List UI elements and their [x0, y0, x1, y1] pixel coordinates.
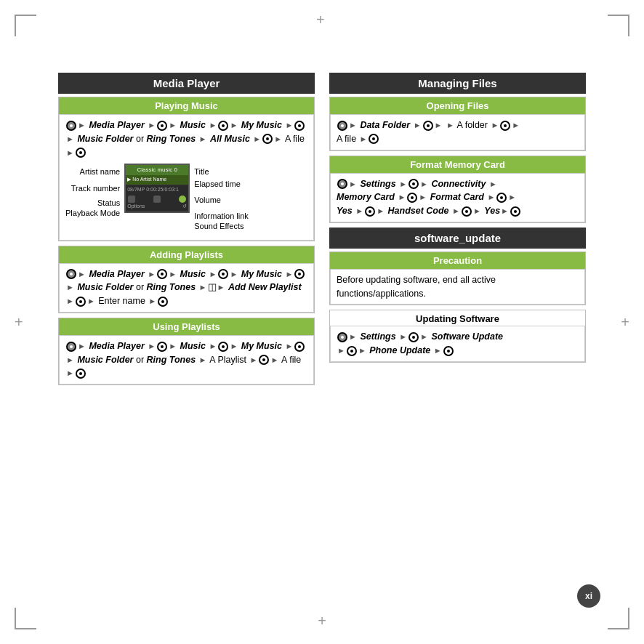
- screen-icon-2: [153, 196, 161, 203]
- su-btn-2: [408, 332, 419, 342]
- ap-btn-5: [76, 297, 86, 307]
- nav-btn-6: [76, 148, 86, 158]
- crosshair-bottom: [318, 613, 326, 629]
- label-information-link: Information link: [194, 211, 249, 221]
- playing-music-header: Playing Music: [59, 97, 314, 114]
- su-btn-3: [347, 346, 357, 356]
- opening-files-content: ► Data Folder ►► ► A folder ►► A file ►: [330, 114, 585, 150]
- crosshair-left: [15, 314, 23, 331]
- crosshair-top: [315, 15, 329, 29]
- screen-icon-right: ↺: [182, 203, 187, 211]
- ap-btn-4: [294, 269, 305, 279]
- of-btn-1: [337, 121, 347, 131]
- format-memory-card-instruction: ► Settings ►► Connectivity ► Memory Card…: [337, 177, 579, 218]
- label-elapsed-time: Elapsed time: [194, 179, 249, 189]
- screen-title: Classic music 0: [126, 165, 188, 175]
- su-btn-1: [337, 332, 347, 342]
- precaution-text: Before updating software, end all active…: [337, 273, 579, 301]
- ap-btn-2: [157, 269, 167, 279]
- of-btn-3: [500, 121, 510, 131]
- of-btn-4: [369, 134, 379, 144]
- adding-playlists-instruction: ► Media Player ►► Music ►► My Music ►► M…: [65, 267, 307, 308]
- corner-mark-tr: [608, 15, 629, 36]
- main-content: Media Player Playing Music ► Media Playe…: [58, 73, 586, 385]
- up-btn-3: [218, 342, 228, 352]
- up-btn-1: [66, 342, 76, 352]
- label-sound-effects: Sound Effects: [194, 221, 249, 231]
- label-artist-name: Artist name: [65, 166, 120, 177]
- su-btn-4: [443, 346, 454, 356]
- nav-btn-4: [294, 121, 305, 131]
- page-number-badge: xi: [577, 584, 600, 608]
- adding-playlists-header: Adding Playlists: [59, 246, 314, 263]
- opening-files-instruction: ► Data Folder ►► ► A folder ►► A file ►: [337, 118, 579, 146]
- using-playlists-instruction: ► Media Player ►► Music ►► My Music ►► M…: [65, 339, 307, 380]
- fmc-btn-1: [337, 179, 347, 189]
- label-title: Title: [194, 166, 249, 177]
- nav-btn-5: [262, 134, 273, 144]
- precaution-content: Before updating software, end all active…: [330, 269, 585, 305]
- corner-mark-br: [608, 608, 629, 629]
- format-memory-card-section: Format Memory Card ► Settings ►► Connect…: [329, 156, 586, 223]
- playing-music-instruction: ► Media Player ►► Music ►► My Music ►► M…: [65, 118, 307, 159]
- up-btn-2: [157, 342, 167, 352]
- ap-btn-6: [158, 297, 168, 307]
- music-screen: Classic music 0 ▶ No Artist Name 08/7MP …: [124, 164, 190, 213]
- up-btn-4: [294, 342, 305, 352]
- updating-software-header: Updating Software: [330, 310, 585, 326]
- left-column: Media Player Playing Music ► Media Playe…: [58, 73, 315, 385]
- updating-software-content: ► Settings ►► Software Update ►► Phone U…: [330, 326, 585, 362]
- screen-time: 08/7MP 0:00:25/0:03:1: [126, 185, 188, 195]
- ap-btn-1: [66, 269, 76, 279]
- crosshair-right: [621, 314, 629, 331]
- right-column: Managing Files Opening Files ► Data Fold…: [329, 73, 586, 385]
- nav-btn-2: [157, 121, 167, 131]
- screen-icon-1: [128, 196, 135, 203]
- adding-playlists-section: Adding Playlists ► Media Player ►► Music…: [58, 246, 315, 313]
- fmc-btn-3: [407, 193, 417, 203]
- fmc-btn-4: [496, 193, 507, 203]
- updating-software-instruction: ► Settings ►► Software Update ►► Phone U…: [337, 330, 579, 358]
- label-playback-mode: Playback Mode: [65, 208, 120, 218]
- adding-playlists-content: ► Media Player ►► Music ►► My Music ►► M…: [59, 263, 314, 313]
- label-volume: Volume: [194, 195, 249, 205]
- playing-music-content: ► Media Player ►► Music ►► My Music ►► M…: [59, 114, 314, 241]
- format-memory-card-content: ► Settings ►► Connectivity ► Memory Card…: [330, 173, 585, 222]
- precaution-header: Precaution: [330, 252, 585, 269]
- software-update-header: software_update: [329, 228, 586, 249]
- media-player-header: Media Player: [58, 73, 315, 94]
- screen-options: Options: [127, 203, 145, 211]
- label-track-number: Track number: [65, 183, 120, 193]
- precaution-subsection: Precaution Before updating software, end…: [329, 251, 586, 306]
- fmc-btn-6: [462, 206, 472, 217]
- opening-files-section: Opening Files ► Data Folder ►► ► A folde…: [329, 97, 586, 151]
- using-playlists-content: ► Media Player ►► Music ►► My Music ►► M…: [59, 335, 314, 385]
- playing-music-section: Playing Music ► Media Player ►► Music ►►…: [58, 97, 315, 241]
- screen-icon-3: [179, 196, 186, 203]
- fmc-btn-5: [365, 206, 375, 217]
- screen-bottom: Options ↺: [127, 203, 187, 211]
- up-btn-5: [259, 355, 269, 365]
- format-memory-card-header: Format Memory Card: [330, 156, 585, 173]
- using-playlists-section: Using Playlists ► Media Player ►► Music …: [58, 318, 315, 385]
- corner-mark-tl: [15, 15, 36, 36]
- screen-diagram: Artist name Track number Status Playback…: [65, 164, 307, 231]
- fmc-btn-2: [408, 179, 419, 189]
- ap-btn-3: [218, 269, 228, 279]
- fmc-btn-7: [510, 206, 520, 217]
- screen-row-1: ▶ No Artist Name: [126, 175, 188, 185]
- corner-mark-bl: [15, 608, 36, 629]
- nav-btn-1: [66, 121, 76, 131]
- using-playlists-header: Using Playlists: [59, 318, 314, 335]
- nav-btn-3: [218, 121, 228, 131]
- managing-files-header: Managing Files: [329, 73, 586, 94]
- up-btn-6: [76, 369, 86, 379]
- of-btn-2: [423, 121, 433, 131]
- updating-software-subsection: Updating Software ► Settings ►► Software…: [329, 310, 586, 363]
- software-update-section: software_update Precaution Before updati…: [329, 228, 586, 363]
- label-status: Status: [65, 198, 120, 208]
- opening-files-header: Opening Files: [330, 97, 585, 114]
